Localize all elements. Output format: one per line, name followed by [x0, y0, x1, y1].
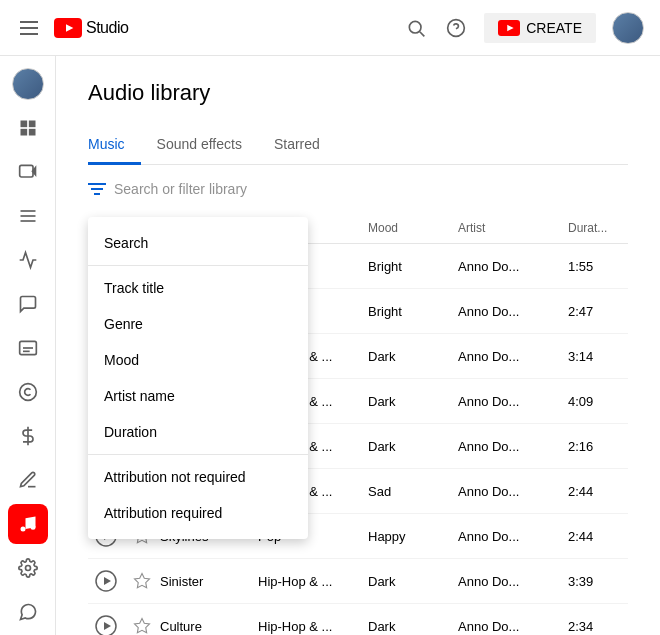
track-mood: Happy — [368, 529, 458, 544]
sidebar-item-monetization[interactable] — [8, 416, 48, 456]
sidebar-item-comments[interactable] — [8, 284, 48, 324]
track-duration: 2:44 — [568, 529, 628, 544]
sidebar-item-audio-library[interactable] — [8, 504, 48, 544]
track-duration: 2:34 — [568, 619, 628, 634]
sidebar-item-feedback[interactable] — [8, 592, 48, 632]
main-content: Audio library Music Sound effects Starre… — [56, 56, 660, 635]
track-duration: 1:55 — [568, 259, 628, 274]
filter-row: Search Track title Genre Mood Artist nam… — [88, 181, 628, 205]
track-artist: Anno Do... — [458, 619, 568, 634]
dropdown-item-attribution-not-required[interactable]: Attribution not required — [88, 459, 308, 495]
svg-point-20 — [20, 527, 25, 532]
svg-marker-48 — [104, 577, 111, 585]
search-icon[interactable] — [404, 16, 428, 40]
svg-line-2 — [420, 31, 425, 36]
table-row: Culture Hip-Hop & ... Dark Anno Do... 2:… — [88, 604, 628, 635]
track-duration: 3:39 — [568, 574, 628, 589]
sidebar-item-subtitles[interactable] — [8, 328, 48, 368]
svg-point-18 — [19, 384, 36, 401]
track-artist: Anno Do... — [458, 349, 568, 364]
track-artist: Anno Do... — [458, 439, 568, 454]
tab-sound-effects[interactable]: Sound effects — [141, 126, 258, 165]
star-button[interactable] — [124, 617, 160, 635]
filter-dropdown: Search Track title Genre Mood Artist nam… — [88, 217, 308, 539]
track-mood: Dark — [368, 619, 458, 634]
track-artist: Anno Do... — [458, 574, 568, 589]
create-video-icon — [498, 20, 520, 36]
topbar: Studio CREATE — [0, 0, 660, 56]
yt-icon — [54, 18, 82, 38]
play-button[interactable] — [88, 614, 124, 635]
svg-marker-5 — [508, 24, 514, 30]
tabs: Music Sound effects Starred — [88, 126, 628, 165]
avatar[interactable] — [612, 12, 644, 44]
create-label: CREATE — [526, 20, 582, 36]
dropdown-item-search[interactable]: Search — [88, 225, 308, 261]
dropdown-item-track-title[interactable]: Track title — [88, 270, 308, 306]
svg-rect-6 — [20, 121, 27, 128]
svg-marker-0 — [66, 24, 73, 31]
play-button[interactable] — [88, 569, 124, 593]
track-mood: Bright — [368, 304, 458, 319]
tab-music[interactable]: Music — [88, 126, 141, 165]
topbar-left: Studio — [16, 17, 404, 39]
help-icon[interactable] — [444, 16, 468, 40]
sidebar-item-settings[interactable] — [8, 548, 48, 588]
page-title: Audio library — [88, 80, 628, 106]
search-input[interactable] — [114, 181, 628, 197]
track-mood: Dark — [368, 439, 458, 454]
star-button[interactable] — [124, 572, 160, 590]
svg-marker-11 — [31, 165, 36, 177]
col-header-duration: Durat... — [568, 221, 628, 235]
track-artist: Anno Do... — [458, 304, 568, 319]
col-header-mood: Mood — [368, 221, 458, 235]
youtube-logo: Studio — [54, 18, 128, 38]
track-mood: Bright — [368, 259, 458, 274]
svg-rect-9 — [28, 129, 35, 136]
dropdown-divider-2 — [88, 454, 308, 455]
dropdown-divider-1 — [88, 265, 308, 266]
svg-rect-7 — [28, 121, 35, 128]
dropdown-item-genre[interactable]: Genre — [88, 306, 308, 342]
track-duration: 2:16 — [568, 439, 628, 454]
track-artist: Anno Do... — [458, 484, 568, 499]
track-mood: Sad — [368, 484, 458, 499]
dropdown-item-mood[interactable]: Mood — [88, 342, 308, 378]
track-genre: Hip-Hop & ... — [258, 574, 368, 589]
sidebar-item-analytics[interactable] — [8, 240, 48, 280]
track-mood: Dark — [368, 349, 458, 364]
sidebar — [0, 56, 56, 635]
dropdown-item-attribution-required[interactable]: Attribution required — [88, 495, 308, 531]
col-header-artist: Artist — [458, 221, 568, 235]
dropdown-item-duration[interactable]: Duration — [88, 414, 308, 450]
table-row: Sinister Hip-Hop & ... Dark Anno Do... 3… — [88, 559, 628, 604]
svg-point-21 — [30, 525, 35, 530]
layout: Audio library Music Sound effects Starre… — [0, 56, 660, 635]
sidebar-item-copyright[interactable] — [8, 372, 48, 412]
svg-marker-49 — [135, 574, 150, 588]
svg-marker-52 — [135, 619, 150, 633]
svg-point-22 — [25, 566, 30, 571]
track-duration: 2:44 — [568, 484, 628, 499]
track-duration: 4:09 — [568, 394, 628, 409]
sidebar-item-avatar[interactable] — [8, 64, 48, 104]
tab-starred[interactable]: Starred — [258, 126, 336, 165]
sidebar-item-playlists[interactable] — [8, 196, 48, 236]
track-duration: 2:47 — [568, 304, 628, 319]
svg-rect-10 — [19, 165, 32, 177]
menu-icon[interactable] — [16, 17, 42, 39]
sidebar-item-dashboard[interactable] — [8, 108, 48, 148]
sidebar-item-videos[interactable] — [8, 152, 48, 192]
filter-icon — [88, 182, 106, 196]
track-mood: Dark — [368, 574, 458, 589]
create-button[interactable]: CREATE — [484, 13, 596, 43]
track-title: Sinister — [160, 574, 258, 589]
sidebar-item-customization[interactable] — [8, 460, 48, 500]
track-artist: Anno Do... — [458, 259, 568, 274]
track-duration: 3:14 — [568, 349, 628, 364]
dropdown-item-artist-name[interactable]: Artist name — [88, 378, 308, 414]
track-artist: Anno Do... — [458, 394, 568, 409]
topbar-right: CREATE — [404, 12, 644, 44]
track-artist: Anno Do... — [458, 529, 568, 544]
track-title: Culture — [160, 619, 258, 634]
